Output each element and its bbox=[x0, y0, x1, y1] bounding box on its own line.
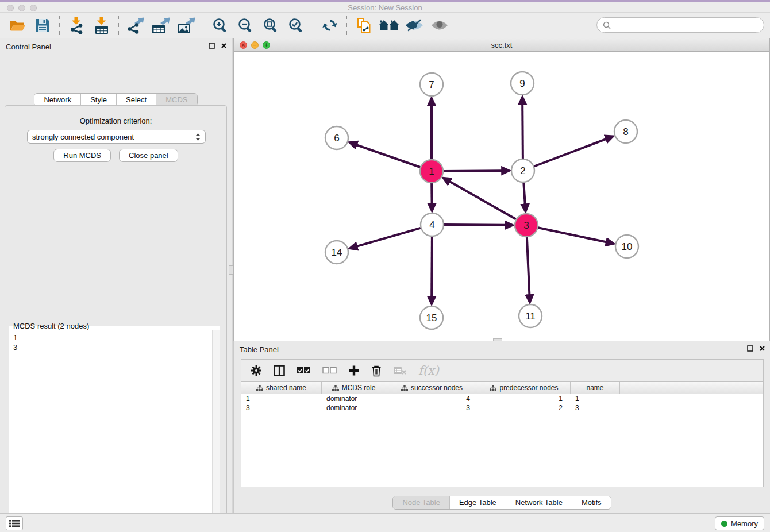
table-cell[interactable]: 3 bbox=[386, 404, 478, 412]
svg-text:15: 15 bbox=[426, 313, 437, 323]
table-cell[interactable]: 1 bbox=[478, 395, 571, 403]
houses-button[interactable] bbox=[376, 14, 402, 36]
graph-edge-2-8[interactable] bbox=[534, 139, 606, 166]
table-cell[interactable]: dominator bbox=[322, 404, 386, 412]
close-panel-button[interactable]: Close panel bbox=[119, 149, 178, 162]
tab-node-table[interactable]: Node Table bbox=[393, 496, 449, 509]
run-mcds-button[interactable]: Run MCDS bbox=[53, 149, 111, 162]
mcds-result-item[interactable]: 1 bbox=[13, 333, 209, 342]
graph-node-15[interactable]: 15 bbox=[420, 306, 443, 329]
float-table-panel-icon[interactable] bbox=[747, 345, 753, 352]
graph-node-1[interactable]: 1 bbox=[420, 160, 443, 183]
tab-select[interactable]: Select bbox=[116, 94, 156, 106]
column-header-predecessor-nodes[interactable]: predecessor nodes bbox=[478, 382, 571, 394]
node-table-header-row: shared nameMCDS rolesuccessor nodesprede… bbox=[241, 382, 763, 394]
graph-node-7[interactable]: 7 bbox=[420, 73, 443, 96]
optimization-criterion-select[interactable]: strongly connected component bbox=[27, 130, 206, 144]
export-table-button[interactable] bbox=[148, 14, 174, 36]
chevron-updown-icon bbox=[195, 133, 201, 141]
graph-node-14[interactable]: 14 bbox=[325, 241, 348, 264]
memory-button[interactable]: Memory bbox=[715, 516, 764, 530]
tab-style[interactable]: Style bbox=[80, 94, 116, 106]
export-network-icon bbox=[127, 17, 144, 34]
graph-node-2[interactable]: 2 bbox=[511, 159, 534, 182]
open-button[interactable] bbox=[5, 14, 30, 36]
network-frame-titlebar[interactable]: × − + scc.txt bbox=[234, 38, 769, 52]
graph-edge-2-3[interactable] bbox=[523, 183, 525, 204]
zoom-fit-button[interactable] bbox=[258, 14, 283, 36]
network-canvas[interactable]: 7968124314101511 bbox=[234, 52, 769, 341]
zoom-selected-button[interactable] bbox=[283, 14, 309, 36]
graph-edge-4-14[interactable] bbox=[357, 228, 421, 246]
unselect-all-button[interactable] bbox=[322, 367, 337, 375]
svg-text:8: 8 bbox=[623, 126, 628, 137]
memory-status-icon bbox=[721, 521, 727, 527]
column-header-successor-nodes[interactable]: successor nodes bbox=[386, 382, 478, 394]
graph-edge-4-3[interactable] bbox=[444, 225, 505, 225]
zoom-in-button[interactable] bbox=[207, 14, 233, 36]
column-header-shared-name[interactable]: shared name bbox=[241, 382, 322, 394]
table-row[interactable]: 3dominator323 bbox=[241, 403, 763, 413]
task-history-button[interactable] bbox=[6, 516, 23, 530]
tab-network[interactable]: Network bbox=[34, 94, 80, 106]
refresh-button[interactable] bbox=[317, 14, 342, 36]
import-network-button[interactable] bbox=[64, 14, 89, 36]
svg-text:4: 4 bbox=[429, 219, 434, 230]
column-label: predecessor nodes bbox=[499, 384, 558, 392]
graph-edge-3-11[interactable] bbox=[527, 237, 530, 295]
graph-edge-3-10[interactable] bbox=[538, 228, 606, 242]
tab-motifs[interactable]: Motifs bbox=[572, 496, 611, 509]
close-panel-icon[interactable] bbox=[221, 43, 227, 49]
export-network-button[interactable] bbox=[123, 14, 148, 36]
svg-text:10: 10 bbox=[622, 241, 633, 252]
graph-edge-4-15[interactable] bbox=[432, 237, 432, 296]
column-header-MCDS-role[interactable]: MCDS role bbox=[322, 382, 386, 394]
delete-row-button[interactable] bbox=[371, 365, 382, 377]
graph-edge-3-1[interactable] bbox=[450, 182, 516, 219]
add-row-button[interactable] bbox=[348, 365, 360, 376]
select-all-button[interactable] bbox=[297, 367, 311, 375]
table-row[interactable]: 1dominator411 bbox=[241, 394, 763, 403]
tab-mcds[interactable]: MCDS bbox=[156, 94, 197, 106]
graph-node-4[interactable]: 4 bbox=[421, 213, 444, 236]
mcds-result-list[interactable]: 13 bbox=[10, 331, 212, 532]
tab-edge-table[interactable]: Edge Table bbox=[449, 496, 506, 509]
window-title: Session: New Session bbox=[0, 3, 770, 12]
table-cell[interactable]: 2 bbox=[478, 404, 571, 412]
mcds-result-item[interactable]: 3 bbox=[13, 342, 209, 352]
save-button[interactable] bbox=[30, 14, 55, 36]
table-cell[interactable]: 3 bbox=[571, 404, 620, 412]
float-panel-icon[interactable] bbox=[209, 43, 215, 49]
graph-node-3[interactable]: 3 bbox=[515, 214, 538, 237]
table-cell[interactable]: 4 bbox=[386, 395, 478, 403]
gear-button[interactable] bbox=[251, 365, 262, 376]
table-cell[interactable]: 1 bbox=[241, 395, 322, 403]
search-box[interactable] bbox=[596, 17, 764, 33]
graph-edge-1-6[interactable] bbox=[357, 145, 420, 167]
graph-edge-2-9[interactable] bbox=[522, 105, 523, 159]
graph-node-8[interactable]: 8 bbox=[614, 120, 637, 143]
graph-node-11[interactable]: 11 bbox=[519, 304, 542, 327]
tab-network-table[interactable]: Network Table bbox=[506, 496, 572, 509]
table-cell[interactable]: 3 bbox=[241, 404, 322, 412]
delete-row-icon bbox=[371, 365, 382, 377]
close-table-panel-icon[interactable] bbox=[759, 345, 765, 352]
search-input[interactable] bbox=[614, 21, 758, 29]
show-all-button[interactable] bbox=[427, 14, 452, 36]
tree-icon bbox=[401, 385, 408, 391]
result-scrollbar[interactable] bbox=[212, 330, 220, 532]
graph-node-6[interactable]: 6 bbox=[325, 126, 348, 149]
table-cell[interactable]: 1 bbox=[571, 395, 620, 403]
new-network-from-selection-button[interactable] bbox=[351, 14, 376, 36]
graph-node-9[interactable]: 9 bbox=[511, 72, 534, 95]
graph-node-10[interactable]: 10 bbox=[615, 235, 638, 258]
graph-edge-1-2[interactable] bbox=[444, 171, 502, 171]
show-all-icon bbox=[430, 20, 449, 31]
column-header-name[interactable]: name bbox=[571, 382, 620, 394]
import-table-button[interactable] bbox=[89, 14, 114, 36]
hide-selected-button[interactable] bbox=[402, 14, 427, 36]
zoom-out-button[interactable] bbox=[233, 14, 258, 36]
table-cell[interactable]: dominator bbox=[322, 395, 386, 403]
export-image-button[interactable] bbox=[174, 14, 199, 36]
columns-button[interactable] bbox=[274, 365, 285, 376]
